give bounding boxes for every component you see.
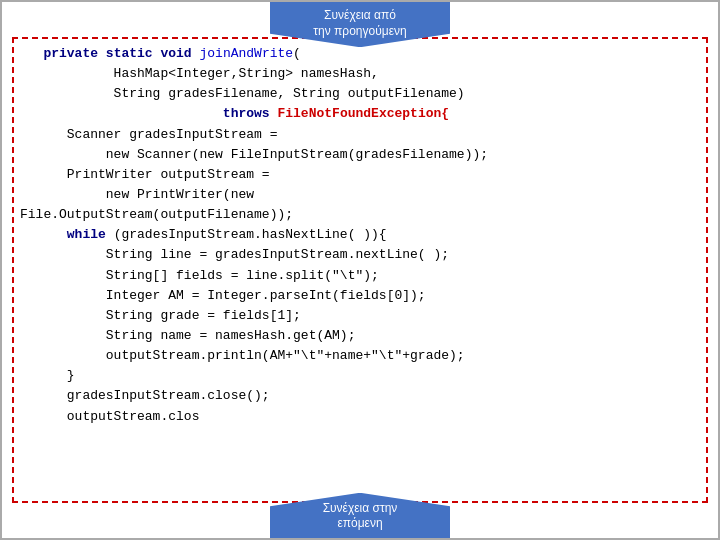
code-line-3: String gradesFilename, String outputFile… <box>20 84 700 104</box>
bottom-banner-line1: Συνέχεια στην <box>323 501 398 515</box>
bottom-banner-line2: επόμενη <box>337 516 382 530</box>
code-line-4: throws FileNotFoundException{ <box>20 104 700 124</box>
code-line-9: File.OutputStream(outputFilename)); <box>20 205 700 225</box>
code-line-14: String grade = fields[1]; <box>20 306 700 326</box>
top-banner-line2: την προηγούμενη <box>313 24 406 38</box>
code-line-18: gradesInputStream.close(); <box>20 386 700 406</box>
code-line-10: while (gradesInputStream.hasNextLine( ))… <box>20 225 700 245</box>
code-content: private static void joinAndWrite( HashMa… <box>20 44 700 496</box>
code-line-19: outputStream.clos <box>20 407 700 427</box>
code-line-7: PrintWriter outputStream = <box>20 165 700 185</box>
code-line-13: Integer AM = Integer.parseInt(fields[0])… <box>20 286 700 306</box>
slide-container: Συνέχεια από την προηγούμενη private sta… <box>0 0 720 540</box>
code-line-17: } <box>20 366 700 386</box>
code-line-2: HashMap<Integer,String> namesHash, <box>20 64 700 84</box>
code-line-12: String[] fields = line.split("\t"); <box>20 266 700 286</box>
code-line-11: String line = gradesInputStream.nextLine… <box>20 245 700 265</box>
code-line-16: outputStream.println(AM+"\t"+name+"\t"+g… <box>20 346 700 366</box>
code-line-15: String name = namesHash.get(AM); <box>20 326 700 346</box>
code-line-6: new Scanner(new FileInputStream(gradesFi… <box>20 145 700 165</box>
code-line-5: Scanner gradesInputStream = <box>20 125 700 145</box>
code-line-8: new PrintWriter(new <box>20 185 700 205</box>
top-banner-line1: Συνέχεια από <box>324 8 396 22</box>
